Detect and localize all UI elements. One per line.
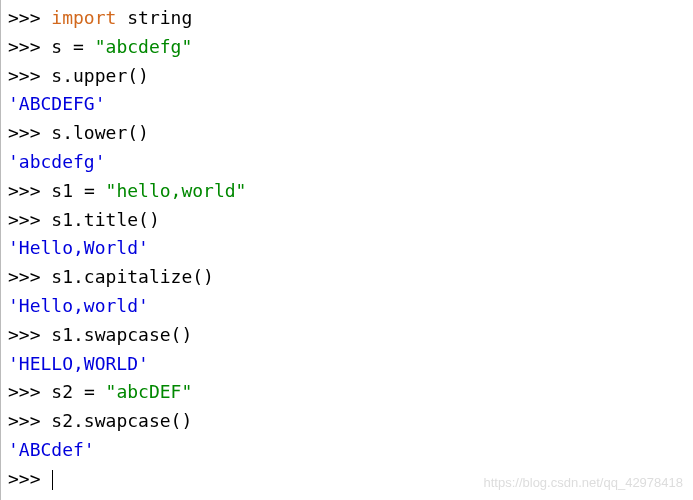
repl-output: 'Hello,World' bbox=[8, 237, 149, 258]
repl-line: >>> s2.swapcase() bbox=[8, 407, 685, 436]
repl-line: >>> s1 = "hello,world" bbox=[8, 177, 685, 206]
code-token-identifier: s2.swapcase() bbox=[51, 410, 192, 431]
repl-line: >>> s1.swapcase() bbox=[8, 321, 685, 350]
repl-prompt: >>> bbox=[8, 381, 51, 402]
repl-line: 'Hello,world' bbox=[8, 292, 685, 321]
repl-line: 'ABCDEFG' bbox=[8, 90, 685, 119]
left-divider bbox=[0, 0, 1, 500]
repl-line: >>> s1.title() bbox=[8, 206, 685, 235]
text-cursor bbox=[52, 470, 53, 490]
code-token-identifier bbox=[84, 36, 95, 57]
code-token-identifier bbox=[95, 381, 106, 402]
repl-prompt: >>> bbox=[8, 324, 51, 345]
code-token-operator: = bbox=[73, 36, 84, 57]
code-token-identifier: s.lower() bbox=[51, 122, 149, 143]
code-token-string: "abcdefg" bbox=[95, 36, 193, 57]
watermark-text: https://blog.csdn.net/qq_42978418 bbox=[484, 473, 684, 494]
repl-prompt: >>> bbox=[8, 209, 51, 230]
code-token-identifier: s1.swapcase() bbox=[51, 324, 192, 345]
code-token-identifier: s1.title() bbox=[51, 209, 159, 230]
code-token-string: "hello,world" bbox=[106, 180, 247, 201]
repl-output: 'abcdefg' bbox=[8, 151, 106, 172]
repl-prompt: >>> bbox=[8, 410, 51, 431]
code-token-string: "abcDEF" bbox=[106, 381, 193, 402]
code-token-operator: = bbox=[84, 381, 95, 402]
code-token-identifier: s1 bbox=[51, 180, 84, 201]
repl-line: 'HELLO,WORLD' bbox=[8, 350, 685, 379]
repl-line: 'ABCdef' bbox=[8, 436, 685, 465]
repl-line: 'Hello,World' bbox=[8, 234, 685, 263]
code-token-identifier: string bbox=[116, 7, 192, 28]
repl-line: >>> import string bbox=[8, 4, 685, 33]
repl-output: 'HELLO,WORLD' bbox=[8, 353, 149, 374]
code-token-identifier: s2 bbox=[51, 381, 84, 402]
repl-prompt: >>> bbox=[8, 180, 51, 201]
code-token-identifier: s.upper() bbox=[51, 65, 149, 86]
repl-line: >>> s = "abcdefg" bbox=[8, 33, 685, 62]
code-token-identifier: s1.capitalize() bbox=[51, 266, 214, 287]
code-token-keyword: import bbox=[51, 7, 116, 28]
repl-line: 'abcdefg' bbox=[8, 148, 685, 177]
repl-prompt: >>> bbox=[8, 266, 51, 287]
repl-line: >>> s2 = "abcDEF" bbox=[8, 378, 685, 407]
repl-prompt: >>> bbox=[8, 468, 51, 489]
repl-prompt: >>> bbox=[8, 36, 51, 57]
repl-output: 'ABCdef' bbox=[8, 439, 95, 460]
repl-line: >>> s.lower() bbox=[8, 119, 685, 148]
repl-prompt: >>> bbox=[8, 65, 51, 86]
code-token-identifier bbox=[95, 180, 106, 201]
repl-prompt: >>> bbox=[8, 7, 51, 28]
repl-line: >>> s.upper() bbox=[8, 62, 685, 91]
repl-line: >>> s1.capitalize() bbox=[8, 263, 685, 292]
repl-output: 'Hello,world' bbox=[8, 295, 149, 316]
code-token-identifier: s bbox=[51, 36, 73, 57]
repl-prompt: >>> bbox=[8, 122, 51, 143]
code-token-operator: = bbox=[84, 180, 95, 201]
repl-output: 'ABCDEFG' bbox=[8, 93, 106, 114]
python-repl[interactable]: >>> import string>>> s = "abcdefg">>> s.… bbox=[8, 4, 685, 494]
